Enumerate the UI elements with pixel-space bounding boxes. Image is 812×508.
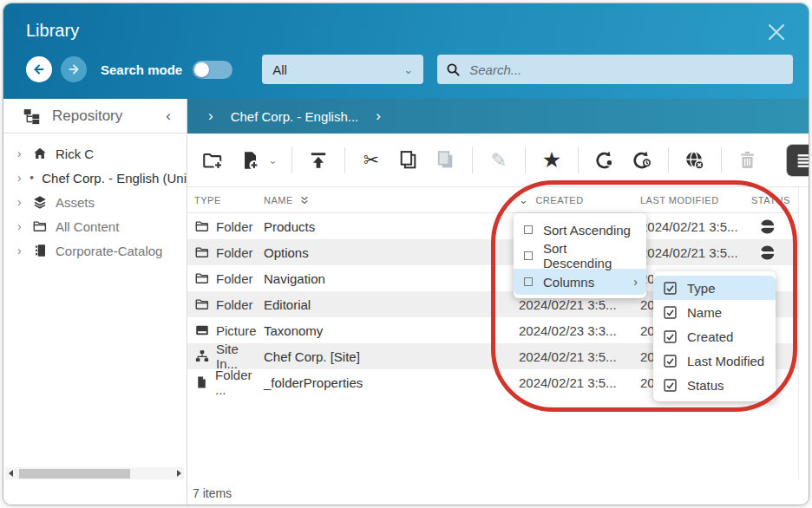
home-icon xyxy=(32,146,48,161)
page-icon xyxy=(194,374,209,390)
toolbar-separator xyxy=(668,147,669,173)
search-mode-toggle[interactable] xyxy=(193,61,232,79)
submenu-item-type[interactable]: Type xyxy=(653,276,776,300)
sidebar-horizontal-scrollbar[interactable] xyxy=(5,467,184,479)
new-content-button[interactable] xyxy=(238,148,262,173)
repository-tree-icon xyxy=(23,107,41,125)
dialog-header: Library Search mode All ⌄ xyxy=(3,3,809,99)
sidebar-item-corporate-catalog[interactable]: › Corporate-Catalog xyxy=(3,238,187,263)
schedule-publish-button[interactable] xyxy=(630,148,654,173)
table-row[interactable]: Folder Options 2024/02/21 3:5... 2024/02… xyxy=(187,239,798,265)
edit-button[interactable]: ✎ xyxy=(487,148,511,173)
expander-icon[interactable]: › xyxy=(17,195,24,209)
table-row[interactable]: Folder Products 2024/02/21 3:5... 2024/0… xyxy=(187,213,798,239)
sidebar-item-chef-corp[interactable]: › Chef Corp. - English (Uni xyxy=(3,166,187,190)
sidebar-item-label: Rick C xyxy=(56,147,94,161)
sidebar-item-assets[interactable]: › Assets xyxy=(3,190,187,214)
header-controls: Search mode All ⌄ xyxy=(3,41,809,84)
new-content-chevron-icon[interactable]: ⌄ xyxy=(268,153,278,166)
expander-icon[interactable]: › xyxy=(17,219,24,233)
status-bar: 7 items xyxy=(187,480,809,505)
publish-button[interactable] xyxy=(593,148,617,173)
folder-icon xyxy=(194,270,210,286)
sidebar-item-rick-c[interactable]: › Rick C xyxy=(3,141,187,166)
back-button[interactable] xyxy=(26,56,52,82)
site-globe-icon xyxy=(29,170,35,186)
breadcrumb-chevron-icon[interactable]: › xyxy=(376,107,381,125)
menu-item-sort-ascending[interactable]: Sort Ascending xyxy=(514,217,646,243)
search-icon xyxy=(446,62,461,77)
submenu-arrow-icon: › xyxy=(633,275,638,289)
checkbox-checked-icon[interactable] xyxy=(664,282,677,295)
column-header-status[interactable]: STATUS xyxy=(750,195,798,205)
catalog-icon xyxy=(32,243,48,258)
checkbox-checked-icon[interactable] xyxy=(664,355,677,368)
columns-submenu: Type Name Created Last Modified Status xyxy=(653,271,776,401)
breadcrumb: › Chef Corp. - English... › xyxy=(187,99,809,134)
submenu-item-created[interactable]: Created xyxy=(653,324,776,348)
scrollbar-track[interactable] xyxy=(16,467,174,479)
delete-button[interactable] xyxy=(736,148,760,173)
menu-item-square-icon xyxy=(524,225,533,234)
search-input[interactable] xyxy=(468,62,784,78)
folder-icon xyxy=(194,296,210,312)
search-box xyxy=(437,55,793,84)
column-menu-chevron-icon[interactable]: ⌄ xyxy=(519,194,528,205)
breadcrumb-chevron-icon[interactable]: › xyxy=(208,107,213,125)
toolbar-separator xyxy=(525,147,526,173)
list-view-button[interactable] xyxy=(787,145,809,176)
library-dialog: Library Search mode All ⌄ xyxy=(3,3,809,505)
submenu-item-status[interactable]: Status xyxy=(653,373,776,397)
column-header-name[interactable]: NAME xyxy=(264,195,519,205)
scrollbar-thumb[interactable] xyxy=(19,469,130,479)
sidebar-header: Repository ‹ xyxy=(3,99,187,134)
sidebar-item-label: Assets xyxy=(56,195,95,210)
column-header-type[interactable]: TYPE xyxy=(194,195,264,205)
star-icon: ★ xyxy=(542,149,561,171)
expander-icon[interactable]: › xyxy=(17,244,24,257)
folder-icon xyxy=(194,218,210,234)
status-icon xyxy=(760,245,775,260)
dialog-content: Repository ‹ › Rick C › Chef Corp. - En xyxy=(3,99,809,505)
unpublish-button[interactable] xyxy=(683,148,707,173)
menu-item-sort-descending[interactable]: Sort Descending xyxy=(514,243,646,269)
submenu-item-name[interactable]: Name xyxy=(653,300,776,324)
sidebar-item-label: All Content xyxy=(56,219,119,234)
expander-icon[interactable]: › xyxy=(17,171,22,185)
sitemap-icon xyxy=(194,348,210,364)
submenu-item-last-modified[interactable]: Last Modified xyxy=(653,348,776,373)
cut-button[interactable]: ✂ xyxy=(359,148,383,173)
favorite-button[interactable]: ★ xyxy=(540,148,564,173)
paste-button[interactable] xyxy=(434,148,458,173)
column-header-created[interactable]: ⌄ CREATED xyxy=(519,194,640,205)
folder-icon xyxy=(32,218,48,234)
expander-icon[interactable]: › xyxy=(17,147,24,160)
collapse-sidebar-icon[interactable]: ‹ xyxy=(166,107,176,125)
column-context-menu: Sort Ascending Sort Descending Columns › xyxy=(514,213,646,298)
copy-button[interactable] xyxy=(396,148,421,173)
breadcrumb-item[interactable]: Chef Corp. - English... xyxy=(231,109,359,124)
new-folder-button[interactable] xyxy=(200,148,225,173)
picture-icon xyxy=(194,322,210,338)
scroll-right-arrow[interactable] xyxy=(174,467,184,479)
checkbox-checked-icon[interactable] xyxy=(664,330,677,343)
menu-item-square-icon xyxy=(524,251,533,260)
scope-select[interactable]: All ⌄ xyxy=(262,55,423,84)
close-icon[interactable] xyxy=(763,19,789,45)
checkbox-checked-icon[interactable] xyxy=(664,306,677,319)
table-header: TYPE NAME ⌄ CREATED LAST MODIFIED STATUS xyxy=(187,187,798,213)
scroll-left-arrow[interactable] xyxy=(5,467,16,479)
menu-item-columns[interactable]: Columns › xyxy=(514,269,646,295)
checkbox-checked-icon[interactable] xyxy=(664,379,677,392)
menu-item-square-icon xyxy=(524,277,533,286)
column-header-last-modified[interactable]: LAST MODIFIED xyxy=(640,195,750,205)
upload-button[interactable] xyxy=(306,148,331,173)
view-toggle xyxy=(786,144,809,177)
sidebar-item-label: Corporate-Catalog xyxy=(56,244,162,258)
status-icon xyxy=(760,219,775,234)
folder-icon xyxy=(194,244,210,260)
sidebar-item-all-content[interactable]: › All Content xyxy=(3,214,187,238)
sidebar: Repository ‹ › Rick C › Chef Corp. - En xyxy=(3,99,187,505)
forward-button[interactable] xyxy=(61,56,87,82)
table-right-divider xyxy=(798,187,799,480)
